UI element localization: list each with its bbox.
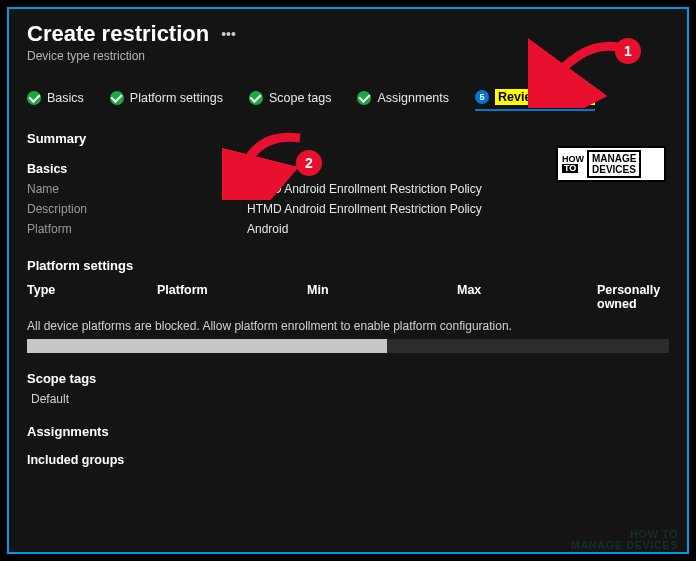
tab-label: Review + create	[495, 89, 595, 105]
tab-label: Assignments	[377, 91, 449, 105]
horizontal-scrollbar[interactable]	[27, 339, 669, 353]
tab-review-create[interactable]: 5 Review + create	[475, 89, 595, 111]
tab-label: Basics	[47, 91, 84, 105]
platform-label: Platform	[27, 222, 247, 236]
more-icon[interactable]: •••	[221, 26, 236, 42]
watermark: HOW TO MANAGE DEVICES	[571, 529, 678, 551]
step-number-icon: 5	[475, 90, 489, 104]
check-icon	[27, 91, 41, 105]
page-subtitle: Device type restriction	[27, 49, 669, 63]
tab-label: Platform settings	[130, 91, 223, 105]
platform-value: Android	[247, 222, 288, 236]
name-value: HTMD Android Enrollment Restriction Poli…	[247, 182, 482, 196]
tab-label: Scope tags	[269, 91, 332, 105]
page-title: Create restriction	[27, 21, 209, 47]
wizard-tabs: Basics Platform settings Scope tags Assi…	[27, 89, 669, 111]
htmd-logo: HOW TO MANAGE DEVICES	[556, 146, 666, 182]
check-icon	[357, 91, 371, 105]
description-label: Description	[27, 202, 247, 216]
scope-tags-heading: Scope tags	[27, 371, 669, 386]
scope-tags-value: Default	[27, 392, 669, 406]
tab-basics[interactable]: Basics	[27, 91, 84, 109]
platform-blocked-message: All device platforms are blocked. Allow …	[27, 319, 669, 333]
platform-settings-heading: Platform settings	[27, 258, 669, 273]
tab-scope-tags[interactable]: Scope tags	[249, 91, 332, 109]
col-platform: Platform	[157, 283, 307, 311]
col-personally-owned: Personally owned	[597, 283, 669, 311]
check-icon	[249, 91, 263, 105]
included-groups-heading: Included groups	[27, 453, 669, 467]
scrollbar-thumb[interactable]	[27, 339, 387, 353]
col-min: Min	[307, 283, 457, 311]
check-icon	[110, 91, 124, 105]
tab-platform-settings[interactable]: Platform settings	[110, 91, 223, 109]
summary-heading: Summary	[27, 131, 669, 146]
logo-to: TO	[562, 164, 578, 173]
logo-devices: DEVICES	[592, 164, 636, 175]
col-max: Max	[457, 283, 597, 311]
assignments-heading: Assignments	[27, 424, 669, 439]
tab-assignments[interactable]: Assignments	[357, 91, 449, 109]
description-value: HTMD Android Enrollment Restriction Poli…	[247, 202, 482, 216]
col-type: Type	[27, 283, 157, 311]
name-label: Name	[27, 182, 247, 196]
logo-manage: MANAGE	[592, 153, 636, 164]
platform-columns: Type Platform Min Max Personally owned	[27, 283, 669, 311]
